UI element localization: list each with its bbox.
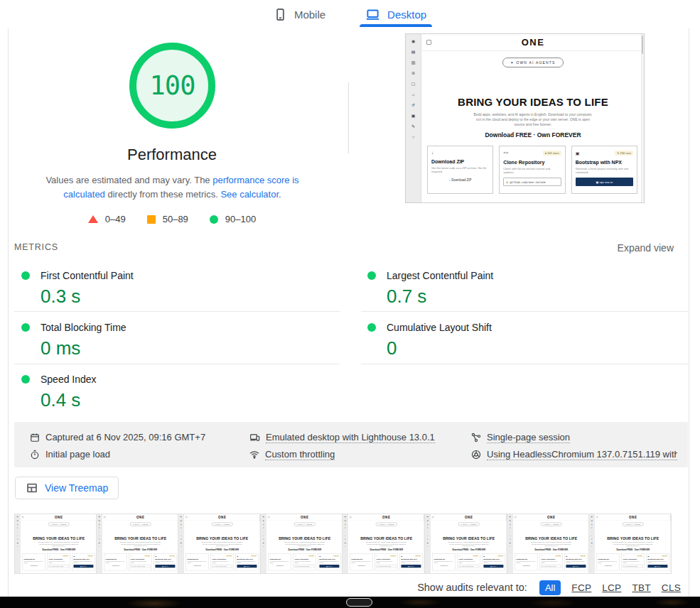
filmstrip-frame: ◉ ▤ ▥ ≋ ▢ ⌂ ↺ ▣ ✎ ○ ONE ✦ OWN AI AGENTS … (589, 514, 672, 574)
clone-command: $ github.com/one-ie/one (212, 565, 232, 568)
card-title: Download ZIP (269, 558, 289, 560)
download-cards: ↓ Download ZIP Get the latest code as a … (184, 551, 261, 570)
card-body: Clone with Git for version control and u… (503, 167, 561, 174)
stopwatch-icon (30, 450, 40, 460)
window-icon (426, 40, 431, 45)
filmstrip-frame: ◉ ▤ ▥ ≋ ▢ ⌂ ↺ ▣ ✎ ○ ONE ✦ OWN AI AGENTS … (178, 514, 261, 574)
metric-value: 0 ms (41, 337, 80, 359)
metric-label: Largest Contentful Paint (387, 270, 493, 281)
card-download-zip: ↓ Download ZIP Get the latest code as a … (350, 553, 373, 570)
screenshot-sidebar-icons: ◉ ▤ ▥ ≋ ▢ ⌂ ↺ ▣ ✎ ○ (589, 514, 595, 573)
card-title: Bootstrap with NPX (576, 160, 633, 165)
download-cards: ↓ Download ZIP Get the latest code as a … (422, 139, 644, 194)
npx-button: ▣ npx one-ie (647, 565, 667, 568)
page-screenshot: ◉ ▤ ▥ ≋ ▢ ⌂ ↺ ▣ ✎ ○ ONE ✦ OWN AI AGENTS … (343, 514, 425, 573)
card-body: Generate a fresh project instantly with … (237, 561, 257, 564)
chromium-version[interactable]: Using HeadlessChromium 137.0.7151.119 wi… (471, 449, 677, 460)
download-icon: ↓ (105, 555, 106, 557)
window-icon (350, 516, 351, 518)
card-bootstrap-npx: ▣↯ 234 runs Bootstrap with NPX Generate … (72, 553, 95, 570)
performance-gauge[interactable]: 100 (129, 43, 215, 129)
filter-cls[interactable]: CLS (662, 582, 681, 593)
filter-all[interactable]: All (539, 580, 561, 595)
pass-dot-icon (367, 323, 376, 332)
device-tabbar: Mobile Desktop (0, 0, 700, 28)
filter-lcp[interactable]: LCP (602, 582, 621, 593)
card-bootstrap-npx: ▣↯ 234 runs Bootstrap with NPX Generate … (154, 553, 176, 570)
view-treemap-button[interactable]: View Treemap (15, 477, 119, 499)
metric-label: First Contentful Paint (41, 270, 134, 281)
download-zip-link: ↓ Download ZIP (431, 178, 489, 182)
hero-headline: BRING YOUR IDEAS TO LIFE (102, 536, 179, 541)
session-nodes-icon (471, 433, 481, 443)
screenshot-filmstrip: ◉ ▤ ▥ ≋ ▢ ⌂ ↺ ▣ ✎ ○ ONE ✦ OWN AI AGENTS … (14, 514, 672, 574)
terminal-icon: ▣ (155, 555, 156, 557)
card-body: Get the latest code as a ZIP archive. No… (352, 560, 372, 563)
runs-badge: ↯ 234 runs (87, 555, 93, 557)
stars-badge: ● 161 stars (62, 555, 68, 557)
card-download-zip: ↓ Download ZIP Get the latest code as a … (427, 146, 493, 194)
window-icon (104, 516, 105, 518)
see-calculator-link[interactable]: See calculator (220, 189, 279, 200)
filmstrip-frame: ◉ ▤ ▥ ≋ ▢ ⌂ ↺ ▣ ✎ ○ ONE ✦ OWN AI AGENTS … (507, 514, 590, 574)
stars-badge: ● 161 stars (390, 555, 397, 557)
metric-value: 0.4 s (41, 389, 80, 411)
runs-badge: ↯ 234 runs (497, 555, 503, 557)
card-title: Download ZIP (188, 558, 208, 560)
filmstrip-frame: ◉ ▤ ▥ ≋ ▢ ⌂ ↺ ▣ ✎ ○ ONE ✦ OWN AI AGENTS … (97, 514, 179, 574)
screenshot-sidebar-icons: ◉ ▤ ▥ ≋ ▢ ⌂ ↺ ▣ ✎ ○ (15, 514, 21, 573)
card-body: Generate a fresh project instantly with … (576, 167, 633, 174)
stars-badge: ● 161 stars (554, 555, 561, 557)
card-clone-repo: <>● 161 stars Clone Repository Clone wit… (499, 146, 565, 194)
hero-subtext: Build apps, websites, and AI agents in E… (21, 542, 97, 547)
agents-badge: ✦ OWN AI AGENTS (541, 523, 561, 526)
one-logo: ONE (465, 515, 473, 519)
panel-right-border (689, 28, 689, 597)
filter-fcp[interactable]: FCP (571, 582, 591, 593)
page-screenshot: ◉ ▤ ▥ ≋ ▢ ⌂ ↺ ▣ ✎ ○ ONE ✦ OWN AI AGENTS … (261, 514, 343, 573)
screenshot-scrollbar (670, 514, 671, 573)
hero-headline: BRING YOUR IDEAS TO LIFE (184, 536, 261, 541)
tab-desktop[interactable]: Desktop (355, 0, 436, 28)
metric-divider (14, 364, 340, 364)
clone-command: $ github.com/one-ie/one (48, 565, 68, 568)
screenshot-sidebar-icons: ◉ ▤ ▥ ≋ ▢ ⌂ ↺ ▣ ✎ ○ (97, 514, 102, 573)
card-body: Generate a fresh project instantly with … (155, 561, 175, 564)
card-title: Download ZIP (516, 558, 536, 560)
download-cards: ↓ Download ZIP Get the latest code as a … (595, 551, 672, 570)
legend-average: 50–89 (147, 214, 188, 224)
filmstrip-frame: ◉ ▤ ▥ ≋ ▢ ⌂ ↺ ▣ ✎ ○ ONE ✦ OWN AI AGENTS … (261, 514, 343, 574)
page-screenshot: ◉ ▤ ▥ ≋ ▢ ⌂ ↺ ▣ ✎ ○ ONE ✦ OWN AI AGENTS … (406, 34, 644, 202)
drag-handle[interactable] (346, 598, 372, 607)
terminal-icon: ▣ (237, 555, 239, 557)
filter-tbt[interactable]: TBT (632, 582, 650, 593)
agents-badge: ✦ OWN AI AGENTS (502, 58, 563, 67)
custom-throttling[interactable]: Custom throttling (249, 449, 335, 460)
session-type[interactable]: Single-page session (471, 432, 570, 443)
download-zip-link: ↓ Download ZIP (516, 565, 536, 566)
card-title: Clone Repository (623, 558, 643, 560)
terminal-icon: ▣ (566, 555, 567, 557)
terminal-icon: ▣ (647, 555, 649, 557)
clone-command: $ github.com/one-ie/one (377, 565, 397, 568)
tab-mobile[interactable]: Mobile (264, 0, 335, 28)
wifi-icon (249, 450, 259, 460)
window-icon (22, 516, 23, 518)
card-title: Download ZIP (23, 558, 43, 560)
screenshot-topbar: ONE (102, 514, 179, 520)
download-zip-link: ↓ Download ZIP (23, 565, 43, 566)
runs-badge: ↯ 234 runs (333, 555, 339, 557)
expand-view-button[interactable]: Expand view (618, 242, 674, 254)
hero-headline: BRING YOUR IDEAS TO LIFE (21, 536, 97, 541)
card-title: Download ZIP (598, 558, 618, 560)
performance-score: 100 (150, 70, 195, 101)
code-icon: <> (623, 555, 625, 557)
screenshot-topbar: ONE (266, 514, 343, 520)
card-body: Get the latest code as a ZIP archive. No… (598, 560, 618, 563)
emulated-device[interactable]: Emulated desktop with Lighthouse 13.0.1 (249, 432, 435, 443)
card-title: Bootstrap with NPX (155, 558, 175, 560)
card-body: Get the latest code as a ZIP archive. No… (431, 166, 489, 173)
stars-badge: ● 161 stars (543, 151, 561, 156)
emulation-laptop-icon (249, 433, 260, 443)
screenshot-page: ONE ✦ OWN AI AGENTS BRING YOUR IDEAS TO … (512, 514, 589, 573)
